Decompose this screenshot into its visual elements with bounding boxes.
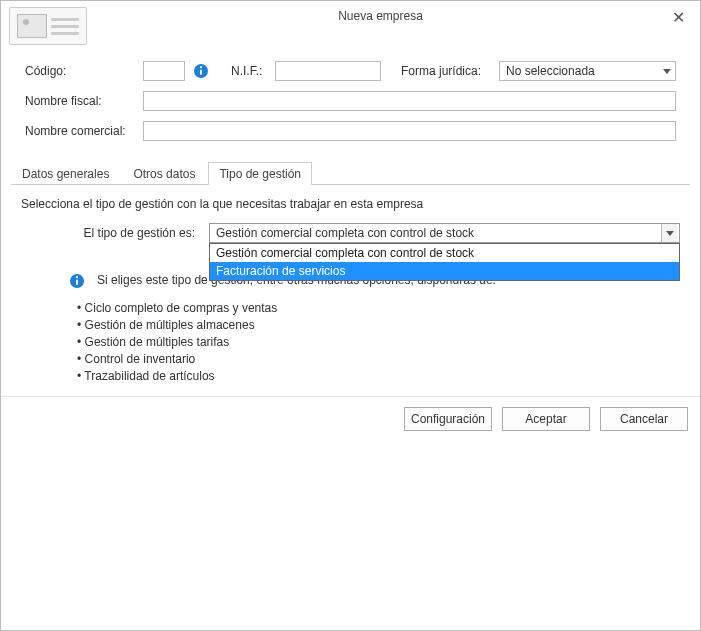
tab-datos-generales[interactable]: Datos generales	[11, 162, 120, 185]
tabs: Datos generales Otros datos Tipo de gest…	[11, 161, 690, 185]
panel-intro: Selecciona el tipo de gestión con la que…	[21, 197, 680, 211]
chevron-down-icon	[663, 69, 671, 74]
svg-point-2	[200, 66, 202, 68]
list-item: Control de inventario	[77, 352, 680, 366]
lines-placeholder-icon	[51, 14, 79, 39]
forma-juridica-label: Forma jurídica:	[401, 64, 499, 78]
svg-rect-4	[76, 280, 78, 286]
features-list: Ciclo completo de compras y ventas Gesti…	[77, 301, 680, 383]
window-title: Nueva empresa	[97, 7, 664, 23]
configuracion-button[interactable]: Configuración	[404, 407, 492, 431]
header-form: Código: N.I.F.: Forma jurídica: No selec…	[1, 45, 700, 161]
nombre-fiscal-input[interactable]	[143, 91, 676, 111]
svg-point-5	[76, 276, 78, 278]
tab-otros-datos[interactable]: Otros datos	[122, 162, 206, 185]
list-item: Gestión de múltiples almacenes	[77, 318, 680, 332]
list-item: Trazabilidad de artículos	[77, 369, 680, 383]
nombre-comercial-label: Nombre comercial:	[25, 124, 143, 138]
aceptar-button[interactable]: Aceptar	[502, 407, 590, 431]
info-icon[interactable]	[193, 63, 209, 79]
tipo-gestion-dropdown: Gestión comercial completa con control d…	[209, 243, 680, 281]
cancelar-button[interactable]: Cancelar	[600, 407, 688, 431]
close-icon: ✕	[672, 10, 685, 26]
tabs-container: Datos generales Otros datos Tipo de gest…	[1, 161, 700, 396]
nif-label: N.I.F.:	[231, 64, 275, 78]
svg-rect-1	[200, 70, 202, 76]
forma-juridica-select[interactable]: No seleccionada	[499, 61, 676, 81]
close-button[interactable]: ✕	[664, 7, 692, 29]
footer: Configuración Aceptar Cancelar	[1, 396, 700, 441]
chevron-down-icon	[666, 231, 674, 236]
tipo-gestion-label: El tipo de gestión es:	[21, 226, 209, 240]
dialog-window: Nueva empresa ✕ Código: N.I.F.: Forma ju…	[0, 0, 701, 631]
list-item: Ciclo completo de compras y ventas	[77, 301, 680, 315]
codigo-input[interactable]	[143, 61, 185, 81]
tipo-gestion-select[interactable]: Gestión comercial completa con control d…	[209, 223, 680, 243]
titlebar: Nueva empresa ✕	[1, 1, 700, 45]
combo-button[interactable]	[661, 224, 677, 242]
forma-juridica-value: No seleccionada	[506, 64, 595, 78]
nif-input[interactable]	[275, 61, 381, 81]
option-facturacion-servicios[interactable]: Facturación de servicios	[210, 262, 679, 280]
app-logo	[9, 7, 87, 45]
tab-tipo-gestion[interactable]: Tipo de gestión	[208, 162, 312, 185]
image-placeholder-icon	[17, 14, 47, 38]
codigo-label: Código:	[25, 64, 143, 78]
option-gestion-comercial[interactable]: Gestión comercial completa con control d…	[210, 244, 679, 262]
list-item: Gestión de múltiples tarifas	[77, 335, 680, 349]
nombre-fiscal-label: Nombre fiscal:	[25, 94, 143, 108]
info-icon	[69, 273, 85, 289]
tipo-gestion-row: El tipo de gestión es: Gestión comercial…	[21, 223, 680, 243]
tipo-gestion-value: Gestión comercial completa con control d…	[216, 226, 474, 240]
panel-tipo-gestion: Selecciona el tipo de gestión con la que…	[11, 185, 690, 396]
nombre-comercial-input[interactable]	[143, 121, 676, 141]
